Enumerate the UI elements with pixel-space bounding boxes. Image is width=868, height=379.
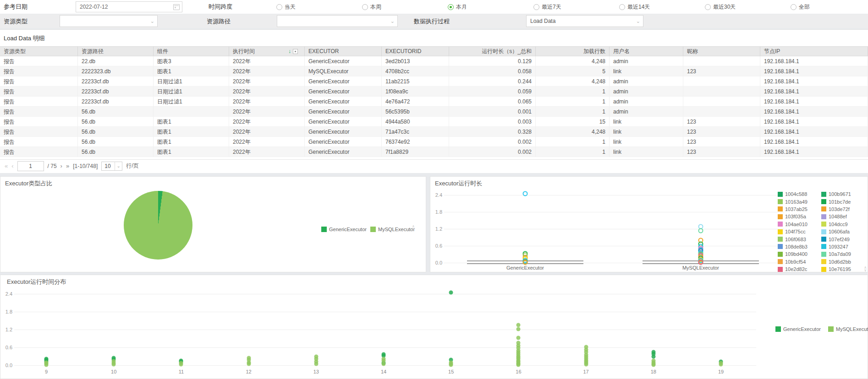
- column-header-运行时长（s）_总和[interactable]: 运行时长（s）_总和: [449, 47, 536, 56]
- calendar-icon[interactable]: [173, 4, 180, 10]
- scatter-point[interactable]: [382, 362, 386, 366]
- prev-page-button[interactable]: ‹: [11, 162, 13, 169]
- radio-icon[interactable]: [619, 4, 625, 10]
- sort-desc-icon[interactable]: ↓: [288, 49, 291, 54]
- table-row[interactable]: 报告56.db2022年GenericExecutor56c5395b0.001…: [0, 107, 868, 117]
- pie-chart[interactable]: [124, 191, 192, 260]
- scatter-point[interactable]: [449, 363, 453, 367]
- duration-legend-item-10d6d2bb[interactable]: 10d6d2bb: [821, 258, 865, 265]
- duration-legend-item-108de8b3[interactable]: 108de8b3: [778, 243, 821, 250]
- radio-option-最近30天[interactable]: 最近30天: [705, 0, 791, 14]
- radio-option-本周[interactable]: 本周: [362, 0, 448, 14]
- scatter-point[interactable]: [516, 336, 521, 340]
- duration-legend-item-101bc7de[interactable]: 101bc7de: [821, 198, 865, 205]
- scatter-point[interactable]: [698, 228, 703, 233]
- duration-legend-item-10606afa[interactable]: 10606afa: [821, 228, 865, 235]
- duration-legend-item-104ae010[interactable]: 104ae010: [778, 221, 821, 228]
- table-row[interactable]: 报告22233cf.db日期过滤12022年GenericExecutor1f0…: [0, 87, 868, 97]
- duration-legend-item-103de72f[interactable]: 103de72f: [821, 206, 865, 213]
- column-settings-icon[interactable]: [293, 49, 298, 54]
- first-page-button[interactable]: «: [5, 162, 8, 169]
- last-page-button[interactable]: »: [66, 162, 69, 169]
- table-row[interactable]: 报告22233cf.db日期过滤12022年GenericExecutor11a…: [0, 76, 868, 87]
- legend-swatch: [778, 206, 783, 211]
- duration-legend-item-106f0683[interactable]: 106f0683: [778, 235, 821, 243]
- column-header-资源路径[interactable]: 资源路径: [78, 47, 154, 56]
- column-header-执行时间[interactable]: 执行时间↓: [229, 47, 305, 56]
- duration-legend-item-107ef249[interactable]: 107ef249: [821, 235, 865, 243]
- scatter-point[interactable]: [449, 290, 453, 294]
- column-header-EXECUTOR[interactable]: EXECUTOR: [305, 47, 382, 56]
- radio-option-全部[interactable]: 全部: [791, 0, 868, 14]
- legend-scroll-icon[interactable]: ∧∨: [864, 266, 867, 272]
- process-select[interactable]: Load Data ⌄: [526, 15, 643, 27]
- duration-legend-item-100b9671[interactable]: 100b9671: [821, 190, 865, 198]
- date-input[interactable]: 2022-07-12: [76, 1, 182, 12]
- scatter-point[interactable]: [698, 260, 703, 265]
- pie-legend-item-GenericExecutor[interactable]: GenericExecutor: [321, 227, 367, 232]
- table-row[interactable]: 报告56.db图表12022年GenericExecutor7f1a88290.…: [0, 147, 868, 157]
- duration-legend-item-10e2d82c[interactable]: 10e2d82c: [778, 265, 821, 273]
- scatter-point[interactable]: [516, 363, 521, 367]
- scatter-point[interactable]: [44, 363, 49, 367]
- duration-legend-item-10163a49[interactable]: 10163a49: [778, 198, 821, 205]
- table-row[interactable]: 报告56.db图表12022年GenericExecutor76374e920.…: [0, 137, 868, 147]
- column-header-加载行数[interactable]: 加载行数: [536, 47, 610, 56]
- scatter-point[interactable]: [179, 363, 183, 367]
- radio-option-当天[interactable]: 当天: [276, 0, 362, 14]
- scatter-point[interactable]: [719, 363, 723, 367]
- next-page-button[interactable]: ›: [60, 162, 62, 169]
- distribution-legend-item-MySQLExecutor[interactable]: MySQLExecutor: [828, 326, 868, 332]
- pie-legend-item-MySQLExecutor[interactable]: MySQLExecutor: [370, 227, 415, 232]
- column-header-用户名[interactable]: 用户名: [610, 47, 683, 56]
- radio-icon[interactable]: [533, 4, 539, 10]
- duration-legend-item-10488ef[interactable]: 10488ef: [821, 213, 865, 220]
- scatter-point[interactable]: [523, 191, 528, 196]
- radio-option-最近7天[interactable]: 最近7天: [533, 0, 619, 14]
- duration-legend-item-1004c588[interactable]: 1004c588: [778, 190, 821, 198]
- scatter-point[interactable]: [523, 260, 528, 265]
- duration-legend-item-109bd400[interactable]: 109bd400: [778, 250, 821, 258]
- scatter-point[interactable]: [314, 362, 318, 366]
- table-header-row: 资源类型资源路径组件执行时间↓EXECUTOREXECUTORID运行时长（s）…: [0, 46, 868, 56]
- table-row[interactable]: 报告22.db图表32022年GenericExecutor3ed2b0130.…: [0, 56, 868, 66]
- scatter-point[interactable]: [651, 363, 655, 367]
- radio-option-本月[interactable]: 本月: [448, 0, 533, 14]
- scatter-point[interactable]: [651, 354, 655, 358]
- scatter-point[interactable]: [516, 327, 521, 331]
- table-row[interactable]: 报告56.db图表12022年GenericExecutor71a47c3c0.…: [0, 127, 868, 137]
- distribution-legend-item-GenericExecutor[interactable]: GenericExecutor: [775, 326, 821, 332]
- column-header-组件[interactable]: 组件: [154, 47, 229, 56]
- page-size-select[interactable]: 10 ⌄: [101, 162, 122, 171]
- radio-icon[interactable]: [362, 4, 368, 10]
- resource-path-select[interactable]: ⌄: [277, 15, 398, 27]
- legend-scroll-icon[interactable]: ∧∨: [412, 225, 415, 231]
- column-header-昵称[interactable]: 昵称: [683, 47, 760, 56]
- radio-icon[interactable]: [448, 4, 454, 10]
- table-row[interactable]: 报告22233cf.db日期过滤12022年GenericExecutor4e7…: [0, 97, 868, 107]
- duration-legend-item-104dcc9[interactable]: 104dcc9: [821, 221, 865, 228]
- duration-legend-item-10b9cf54[interactable]: 10b9cf54: [778, 258, 821, 265]
- radio-icon[interactable]: [791, 4, 797, 10]
- radio-icon[interactable]: [705, 4, 711, 10]
- column-header-EXECUTORID[interactable]: EXECUTORID: [382, 47, 449, 56]
- column-header-节点IP[interactable]: 节点IP: [760, 47, 868, 56]
- duration-legend-item-1093247[interactable]: 1093247: [821, 243, 865, 250]
- table-row[interactable]: 报告56.db图表12022年GenericExecutor4944a5800.…: [0, 117, 868, 127]
- scatter-point[interactable]: [584, 363, 588, 367]
- scatter-point[interactable]: [247, 362, 251, 366]
- radio-label: 本周: [370, 3, 381, 11]
- radio-option-最近14天[interactable]: 最近14天: [619, 0, 705, 14]
- resource-type-select[interactable]: ⌄: [60, 15, 158, 27]
- duration-legend-item-10e76195[interactable]: 10e76195: [821, 265, 865, 273]
- scatter-point[interactable]: [112, 363, 116, 367]
- duration-legend-item-10a7da09[interactable]: 10a7da09: [821, 250, 865, 258]
- distribution-scatter-plot[interactable]: 0.00.61.21.82.4910111213141516171819: [0, 275, 868, 379]
- table-row[interactable]: 报告2222323.db图表12022年MySQLExecutor4708b2c…: [0, 66, 868, 76]
- radio-icon[interactable]: [276, 4, 282, 10]
- column-header-资源类型[interactable]: 资源类型: [0, 47, 78, 56]
- duration-legend-item-104f75cc[interactable]: 104f75cc: [778, 228, 821, 235]
- duration-legend-item-1037ab25[interactable]: 1037ab25: [778, 206, 821, 213]
- page-input[interactable]: [17, 161, 44, 171]
- duration-legend-item-103f035a[interactable]: 103f035a: [778, 213, 821, 220]
